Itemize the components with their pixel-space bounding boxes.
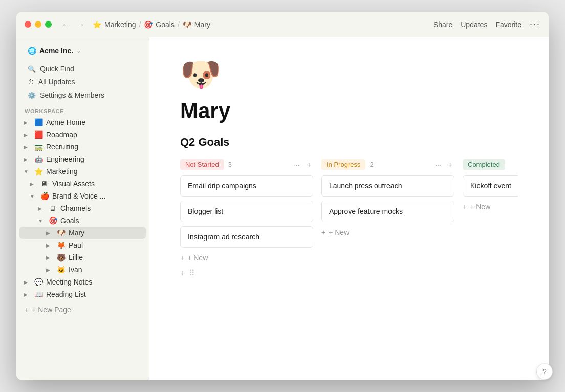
add-new-not-started[interactable]: + + New bbox=[180, 252, 313, 264]
quick-find-label: Quick Find bbox=[40, 64, 74, 73]
new-label: + New bbox=[329, 228, 349, 236]
sidebar-item-marketing[interactable]: ▼ ⭐ Marketing bbox=[19, 165, 146, 178]
breadcrumb-marketing[interactable]: Marketing bbox=[104, 20, 136, 29]
sidebar-item-brand-voice[interactable]: ▼ 🍎 Brand & Voice ... bbox=[19, 190, 146, 202]
updates-button[interactable]: Updates bbox=[461, 20, 487, 29]
sidebar-item-lillie[interactable]: ▶ 🐻 Lillie bbox=[19, 251, 146, 264]
more-options-button[interactable]: ··· bbox=[530, 19, 540, 30]
meeting-notes-icon: 💬 bbox=[34, 278, 43, 286]
add-new-in-progress[interactable]: + + New bbox=[321, 226, 454, 238]
add-new-completed[interactable]: + + New bbox=[463, 201, 518, 213]
settings-icon: ⚙️ bbox=[28, 92, 36, 99]
chevron-right-icon: ▶ bbox=[46, 267, 53, 273]
mary-icon: 🐶 bbox=[56, 229, 66, 237]
sidebar-item-reading-list[interactable]: ▶ 📖 Reading List bbox=[19, 288, 146, 300]
help-button[interactable]: ? bbox=[536, 363, 553, 380]
sidebar-item-engineering[interactable]: ▶ 🤖 Engineering bbox=[19, 153, 146, 165]
column-add-button[interactable]: + bbox=[446, 160, 454, 170]
workspace-icon: 🌐 bbox=[28, 47, 36, 55]
sidebar-item-all-updates[interactable]: ⏱ All Updates bbox=[19, 75, 146, 89]
sidebar-item-settings[interactable]: ⚙️ Settings & Members bbox=[19, 89, 146, 102]
chevron-right-icon: ▶ bbox=[30, 181, 37, 187]
share-button[interactable]: Share bbox=[433, 20, 452, 29]
card-email-drip[interactable]: Email drip campaigns bbox=[180, 175, 313, 197]
column-completed: Completed ··· + Kickoff event + + New bbox=[463, 159, 518, 282]
page-emoji: 🐶 bbox=[180, 58, 518, 91]
workspace-label: Acme Inc. bbox=[39, 47, 73, 55]
page-title: Mary bbox=[180, 99, 518, 123]
column-header-not-started: Not Started 3 ··· + bbox=[180, 159, 313, 170]
chevron-down-icon: ▼ bbox=[30, 193, 37, 199]
updates-icon: ⏱ bbox=[28, 78, 34, 86]
acme-home-label: Acme Home bbox=[46, 118, 85, 126]
breadcrumb: ⭐ Marketing / 🎯 Goals / 🐶 Mary bbox=[93, 20, 433, 29]
status-badge-in-progress: In Progress bbox=[321, 159, 365, 170]
chevron-right-icon: ▶ bbox=[24, 157, 31, 162]
column-more-button[interactable]: ··· bbox=[292, 160, 302, 170]
roadmap-icon: 🟥 bbox=[34, 130, 43, 139]
sidebar-item-acme-home[interactable]: ▶ 🟦 Acme Home bbox=[19, 116, 146, 128]
card-launch-press[interactable]: Launch press outreach bbox=[321, 175, 454, 197]
paul-label: Paul bbox=[69, 241, 83, 249]
maximize-button[interactable] bbox=[45, 21, 52, 28]
card-approve-feature[interactable]: Approve feature mocks bbox=[321, 201, 454, 222]
visual-assets-icon: 🖥 bbox=[40, 180, 49, 188]
paul-icon: 🦊 bbox=[56, 241, 66, 249]
chevron-right-icon: ▶ bbox=[24, 279, 31, 285]
chevron-down-icon: ▼ bbox=[38, 218, 45, 224]
chevron-right-icon: ▶ bbox=[24, 144, 31, 150]
column-more-button[interactable]: ··· bbox=[433, 160, 443, 170]
minimize-button[interactable] bbox=[35, 21, 41, 28]
sidebar-item-quick-find[interactable]: 🔍 Quick Find bbox=[19, 62, 146, 75]
status-badge-completed: Completed bbox=[463, 159, 505, 170]
sidebar-item-recruiting[interactable]: ▶ 🚃 Recruiting bbox=[19, 141, 146, 153]
nav-buttons: ← → bbox=[60, 19, 86, 30]
breadcrumb-mary[interactable]: Mary bbox=[194, 20, 210, 29]
column-header-in-progress: In Progress 2 ··· + bbox=[321, 159, 454, 170]
favorite-button[interactable]: Favorite bbox=[495, 20, 521, 29]
sidebar-item-roadmap[interactable]: ▶ 🟥 Roadmap bbox=[19, 128, 146, 141]
settings-label: Settings & Members bbox=[40, 91, 104, 99]
workspace-chevron-icon: ⌄ bbox=[76, 48, 81, 54]
column-in-progress: In Progress 2 ··· + Launch press outreac… bbox=[321, 159, 454, 282]
back-button[interactable]: ← bbox=[60, 19, 72, 30]
sidebar-item-channels[interactable]: ▶ 🖥 Channels bbox=[19, 202, 146, 214]
marketing-label: Marketing bbox=[46, 167, 77, 176]
chevron-right-icon: ▶ bbox=[24, 292, 31, 297]
sidebar-item-mary[interactable]: ▶ 🐶 Mary bbox=[19, 227, 146, 239]
brand-voice-label: Brand & Voice ... bbox=[52, 192, 105, 200]
lillie-label: Lillie bbox=[69, 253, 83, 262]
sidebar-item-paul[interactable]: ▶ 🦊 Paul bbox=[19, 239, 146, 251]
sidebar-item-visual-assets[interactable]: ▶ 🖥 Visual Assets bbox=[19, 178, 146, 190]
page-content: 🐶 Mary Q2 Goals Not Started 3 ··· + Emai… bbox=[149, 37, 549, 380]
column-add-button[interactable]: + bbox=[305, 160, 313, 170]
plus-icon: + bbox=[180, 254, 184, 262]
acme-home-icon: 🟦 bbox=[34, 118, 43, 126]
forward-button[interactable]: → bbox=[75, 19, 86, 30]
section-heading: Q2 Goals bbox=[180, 136, 518, 149]
reading-list-icon: 📖 bbox=[34, 290, 43, 298]
brand-voice-icon: 🍎 bbox=[40, 192, 49, 200]
drag-handle-icon: ⠿ bbox=[189, 268, 195, 278]
plus-drag-icon: + bbox=[180, 269, 185, 278]
recruiting-icon: 🚃 bbox=[34, 143, 43, 151]
plus-icon: + bbox=[25, 306, 29, 314]
mary-label: Mary bbox=[69, 229, 84, 237]
sidebar-item-goals[interactable]: ▼ 🎯 Goals bbox=[19, 214, 146, 227]
new-page-button[interactable]: + + New Page bbox=[16, 302, 149, 317]
card-kickoff-event[interactable]: Kickoff event bbox=[463, 175, 518, 197]
close-button[interactable] bbox=[25, 21, 31, 28]
card-instagram-ad[interactable]: Instagram ad research bbox=[180, 226, 313, 248]
traffic-lights bbox=[25, 21, 52, 28]
card-blogger-list[interactable]: Blogger list bbox=[180, 201, 313, 222]
header-actions: Share Updates Favorite ··· bbox=[433, 19, 540, 30]
chevron-right-icon: ▶ bbox=[24, 132, 31, 138]
breadcrumb-goals[interactable]: Goals bbox=[156, 20, 175, 29]
breadcrumb-sep-1: / bbox=[139, 20, 141, 29]
sidebar-item-meeting-notes[interactable]: ▶ 💬 Meeting Notes bbox=[19, 276, 146, 288]
workspace-name[interactable]: 🌐 Acme Inc. ⌄ bbox=[24, 43, 142, 58]
sidebar-item-ivan[interactable]: ▶ 🐱 Ivan bbox=[19, 264, 146, 276]
recruiting-label: Recruiting bbox=[46, 143, 78, 151]
roadmap-label: Roadmap bbox=[46, 130, 77, 139]
plus-icon: + bbox=[463, 203, 467, 211]
